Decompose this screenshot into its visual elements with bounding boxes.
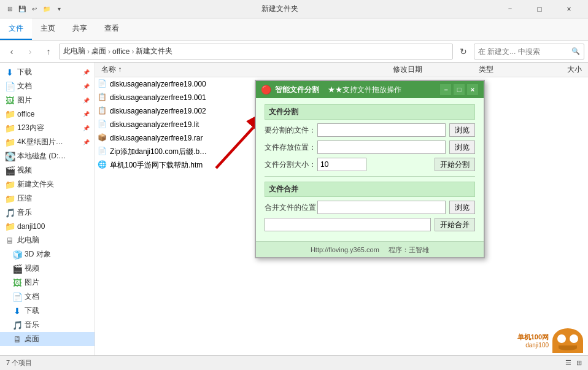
filelist-header: 名称 ↑ 修改日期 类型 大小 <box>95 63 588 77</box>
col-type[interactable]: 类型 <box>475 64 536 75</box>
img-icon: 🖼 <box>5 96 15 106</box>
browse-btn-1[interactable]: 浏览 <box>449 123 475 137</box>
sep3: › <box>131 47 134 56</box>
tab-home[interactable]: 主页 <box>32 18 64 40</box>
sidebar-item-123[interactable]: 📁 123内容 📌 <box>0 121 95 135</box>
form-row-size: 文件分割大小： 开始分割 <box>265 158 475 171</box>
sidebar-item-download[interactable]: ⬇ 下载 📌 <box>0 65 95 79</box>
minimize-button[interactable]: － <box>496 0 524 18</box>
file-icon-4: 📦 <box>98 133 107 143</box>
breadcrumb-office[interactable]: office <box>112 47 130 56</box>
refresh-button[interactable]: ↻ <box>455 44 471 60</box>
file-split-dialog[interactable]: 🔴 智能文件分割 ★★支持文件拖放操作 － □ × 文件分割 要分割的文件： 浏… <box>255 80 485 258</box>
browse-btn-2[interactable]: 浏览 <box>449 141 475 154</box>
folder-icon-office: 📁 <box>5 109 15 119</box>
form-row-source: 要分割的文件： 浏览 <box>265 123 475 137</box>
sidebar-item-computer[interactable]: 🖥 此电脑 <box>0 233 95 247</box>
breadcrumb-folder[interactable]: 新建文件夹 <box>136 46 172 56</box>
folder-icon-zip: 📁 <box>5 194 15 204</box>
tab-file[interactable]: 文件 <box>0 18 32 40</box>
sidebar-item-doc[interactable]: 📄 文档 📌 <box>0 79 95 93</box>
footer-url: Http://floving.y365.com <box>311 246 379 253</box>
breadcrumb-desktop[interactable]: 桌面 <box>91 46 106 56</box>
download-icon: ⬇ <box>5 67 15 77</box>
breadcrumb-pc[interactable]: 此电脑 <box>63 46 85 56</box>
divider <box>265 176 475 177</box>
tab-share[interactable]: 共享 <box>64 18 96 40</box>
sidebar-item-danji[interactable]: 📁 danji100 <box>0 220 95 233</box>
merge-output-input[interactable] <box>265 218 431 231</box>
sidebar-item-pictures[interactable]: 🖼 图片 📌 <box>0 93 95 107</box>
pin-icon: 📌 <box>83 69 90 75</box>
col-name[interactable]: 名称 ↑ <box>98 64 389 75</box>
sidebar-item-zip[interactable]: 📁 压缩 <box>0 191 95 206</box>
dropdown-icon[interactable]: ▾ <box>54 4 64 14</box>
section-split-label: 文件分割 <box>265 104 475 120</box>
view-toggle-list[interactable]: ☰ <box>565 359 571 367</box>
video-icon: 🎬 <box>5 166 15 175</box>
dialog-close[interactable]: × <box>466 83 479 96</box>
statusbar-right: ☰ ⊞ <box>565 359 582 367</box>
undo-icon: ↩ <box>29 4 39 14</box>
merge-input[interactable] <box>317 201 446 214</box>
sidebar-item-desktop[interactable]: 🖥 桌面 <box>0 332 95 346</box>
sidebar-item-office[interactable]: 📁 office 📌 <box>0 107 95 121</box>
dialog-minimize[interactable]: － <box>439 83 452 96</box>
disk-icon: 💽 <box>5 152 15 161</box>
sidebar-item-newfolder[interactable]: 📁 新建文件夹 <box>0 177 95 191</box>
sidebar-item-music[interactable]: 🎵 音乐 <box>0 206 95 220</box>
doc-icon2: 📄 <box>12 292 22 302</box>
sep2: › <box>108 47 110 56</box>
sidebar-item-cmusic[interactable]: 🎵 音乐 <box>0 318 95 332</box>
pin-icon2: 📌 <box>83 83 90 90</box>
file-icon-2: 📋 <box>98 106 107 116</box>
sidebar-item-cdl[interactable]: ⬇ 下载 <box>0 304 95 318</box>
forward-button: › <box>22 44 38 60</box>
search-input[interactable] <box>478 47 571 56</box>
sidebar-item-3d[interactable]: 🧊 3D 对象 <box>0 247 95 261</box>
desktop-icon: 🖥 <box>12 334 22 344</box>
sidebar-item-4k[interactable]: 📁 4K壁纸图片… 📌 <box>0 135 95 149</box>
size-label: 文件分割大小： <box>265 160 314 170</box>
pin-icon5: 📌 <box>83 125 90 131</box>
section-merge-label: 文件合并 <box>265 182 475 197</box>
folder-icon-123: 📁 <box>5 123 15 133</box>
dest-input[interactable] <box>317 141 446 154</box>
sidebar-item-cvideo[interactable]: 🎬 视频 <box>0 261 95 276</box>
source-input[interactable] <box>317 123 446 137</box>
back-button[interactable]: ‹ <box>4 44 20 60</box>
browse-btn-3[interactable]: 浏览 <box>449 201 475 214</box>
file-icon-6: 🌐 <box>98 160 107 170</box>
close-button[interactable]: × <box>555 0 583 18</box>
dest-label: 文件存放位置： <box>265 142 314 153</box>
computer-icon: 🖥 <box>5 236 15 245</box>
img-icon2: 🖼 <box>12 278 22 288</box>
sidebar-item-video[interactable]: 🎬 视频 <box>0 163 95 177</box>
address-bar: ‹ › ↑ 此电脑 › 桌面 › office › 新建文件夹 ↻ 🔍 <box>0 40 588 63</box>
3d-icon: 🧊 <box>12 250 22 260</box>
up-button[interactable]: ↑ <box>41 44 56 60</box>
dialog-titlebar: 🔴 智能文件分割 ★★支持文件拖放操作 － □ × <box>256 81 484 98</box>
col-date[interactable]: 修改日期 <box>389 64 475 75</box>
sep1: › <box>87 47 90 56</box>
music-icon2: 🎵 <box>12 320 22 330</box>
file-icon-1: 📋 <box>98 93 107 102</box>
search-box[interactable]: 🔍 <box>474 44 584 60</box>
merge-btn[interactable]: 开始合并 <box>435 218 475 231</box>
sidebar-item-disk[interactable]: 💽 本地磁盘 (D:… <box>0 149 95 163</box>
dialog-titlebar-buttons: － □ × <box>439 83 479 96</box>
down-icon2: ⬇ <box>12 306 22 316</box>
window-title: 新建文件夹 <box>64 4 496 14</box>
size-input[interactable] <box>317 158 366 171</box>
maximize-button[interactable]: □ <box>525 0 554 18</box>
tab-view[interactable]: 查看 <box>96 18 128 40</box>
col-size[interactable]: 大小 <box>536 64 586 75</box>
sidebar-item-cdoc[interactable]: 📄 文档 <box>0 290 95 304</box>
breadcrumb[interactable]: 此电脑 › 桌面 › office › 新建文件夹 <box>59 44 453 60</box>
split-btn[interactable]: 开始分割 <box>435 158 475 171</box>
sidebar-item-cpic[interactable]: 🖼 图片 <box>0 276 95 290</box>
dialog-maximize[interactable]: □ <box>453 83 465 96</box>
view-toggle-grid[interactable]: ⊞ <box>576 359 582 367</box>
dialog-footer: Http://floving.y365.com 程序：王智雄 <box>256 241 484 257</box>
folder-icon-4k: 📁 <box>5 137 15 147</box>
